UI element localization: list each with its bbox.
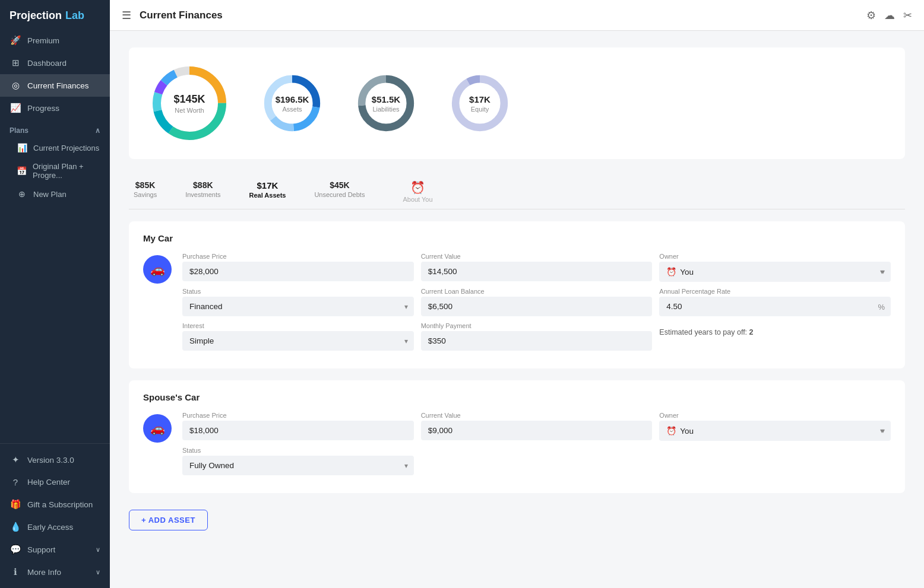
savings-value: $85K <box>135 180 155 190</box>
loan-balance-input[interactable] <box>421 297 653 316</box>
sidebar-item-original-plan[interactable]: 📅 Original Plan + Progre... <box>0 157 110 185</box>
liabilities-chart: $51.5K Liabilities <box>353 71 419 136</box>
sidebar-item-version[interactable]: ✦ Version 3.3.0 <box>0 449 110 471</box>
early-access-icon: 💧 <box>10 522 21 532</box>
rocket-icon: 🚀 <box>10 35 21 46</box>
liabilities-label: Liabilities <box>372 106 400 113</box>
settings-icon[interactable]: ⚙ <box>866 9 876 22</box>
spouse-current-value-input[interactable] <box>421 421 653 440</box>
owner-value: You <box>680 268 694 276</box>
equity-chart: $17K Equity <box>447 71 512 136</box>
net-worth-chart: $145K Net Worth <box>148 62 231 145</box>
my-car-title: My Car <box>143 233 891 243</box>
logo-text-projection: Projection <box>10 9 62 22</box>
net-worth-label: Net Worth <box>173 107 205 114</box>
plans-section-header: Plans ∧ <box>0 119 110 138</box>
spouses-car-fields: 🚗 Purchase Price Current Value <box>143 412 891 481</box>
investments-value: $88K <box>193 180 213 190</box>
spouse-purchase-price-input[interactable] <box>182 421 414 440</box>
unsecured-debts-label: Unsecured Debts <box>314 191 365 198</box>
sidebar-item-support[interactable]: 💬 Support ∨ <box>0 538 110 561</box>
spouse-current-value-field: Current Value <box>421 412 653 441</box>
spouse-current-value-label: Current Value <box>421 412 653 419</box>
sidebar-item-premium[interactable]: 🚀 Premium <box>0 29 110 52</box>
spouses-car-icon: 🚗 <box>143 414 172 443</box>
pct-suffix-icon: % <box>878 302 885 311</box>
sidebar-item-more-info[interactable]: ℹ More Info ∨ <box>0 561 110 583</box>
spouse-owner-select[interactable]: ⏰ You ▾ <box>659 421 891 441</box>
sidebar-label-new-plan: New Plan <box>33 190 67 199</box>
tab-investments[interactable]: $88K Investments <box>181 178 225 205</box>
assets-value: $196.5K <box>276 94 309 104</box>
help-icon: ? <box>10 477 21 487</box>
sidebar-label-help-center: Help Center <box>27 478 70 487</box>
sidebar-label-dashboard: Dashboard <box>27 59 67 68</box>
monthly-payment-input[interactable] <box>421 331 653 351</box>
current-value-field: Current Value <box>421 253 653 282</box>
topbar-right: ⚙ ☁ ✂ <box>866 9 912 22</box>
support-chevron-icon: ∨ <box>96 546 100 554</box>
loan-balance-field: Current Loan Balance <box>421 288 653 316</box>
spouse-status-label: Status <box>182 447 414 454</box>
assets-chart: $196.5K Assets <box>260 71 325 136</box>
scissors-icon[interactable]: ✂ <box>903 9 912 22</box>
sidebar-label-gift: Gift a Subscription <box>27 500 93 509</box>
dashboard-icon: ⊞ <box>10 58 21 68</box>
tab-savings[interactable]: $85K Savings <box>129 178 162 205</box>
finances-icon: ◎ <box>10 80 21 91</box>
tab-unsecured-debts[interactable]: $45K Unsecured Debts <box>309 178 369 205</box>
apr-input[interactable] <box>659 297 891 316</box>
cloud-icon[interactable]: ☁ <box>884 9 895 22</box>
progress-icon: 📈 <box>10 103 21 113</box>
sidebar-item-help-center[interactable]: ? Help Center <box>0 471 110 493</box>
owner-select[interactable]: ⏰ You ▾ <box>659 262 891 282</box>
add-plan-icon: ⊕ <box>17 189 27 199</box>
add-asset-button[interactable]: + ADD ASSET <box>129 510 208 530</box>
charts-row: $145K Net Worth $196.5K <box>129 47 905 159</box>
logo-text-lab: Lab <box>65 9 84 22</box>
info-icon: ℹ <box>10 567 21 577</box>
equity-label: Equity <box>469 106 491 113</box>
equity-value: $17K <box>469 94 491 104</box>
purchase-price-input[interactable] <box>182 262 414 281</box>
owner-chevron-icon: ▾ <box>880 268 884 276</box>
loan-balance-label: Current Loan Balance <box>421 288 653 295</box>
spouses-car-section: Spouse's Car 🚗 Purchase Price Current Va… <box>129 380 905 493</box>
sidebar-label-early-access: Early Access <box>27 523 73 532</box>
spouse-purchase-price-field: Purchase Price <box>182 412 414 441</box>
sidebar-label-progress: Progress <box>27 104 59 113</box>
current-value-input[interactable] <box>421 262 653 281</box>
my-car-icon: 🚗 <box>143 255 172 284</box>
sidebar-label-premium: Premium <box>27 36 59 45</box>
sidebar-item-progress[interactable]: 📈 Progress <box>0 97 110 119</box>
spouse-status-select[interactable]: Fully Owned Financed <box>182 456 414 475</box>
hamburger-menu-icon[interactable]: ☰ <box>122 9 131 22</box>
sidebar-label-more-info: More Info <box>27 568 61 577</box>
assets-label: Assets <box>276 106 309 113</box>
sidebar-item-new-plan[interactable]: ⊕ New Plan <box>0 185 110 204</box>
sidebar-item-gift-subscription[interactable]: 🎁 Gift a Subscription <box>0 493 110 516</box>
calendar-icon: 📅 <box>17 166 27 176</box>
tab-about-you[interactable]: ⏰ About You <box>398 178 437 205</box>
sidebar-label-support: Support <box>27 545 55 554</box>
estimate-field: Estimated years to pay off: 2 <box>659 322 891 351</box>
page-title: Current Finances <box>140 9 223 21</box>
purchase-price-label: Purchase Price <box>182 253 414 260</box>
more-info-chevron-icon: ∨ <box>96 568 100 576</box>
main-panel: ☰ Current Finances ⚙ ☁ ✂ <box>110 0 924 588</box>
version-icon: ✦ <box>10 454 21 465</box>
sidebar-item-current-projections[interactable]: 📊 Current Projections <box>0 138 110 157</box>
status-select[interactable]: Financed Fully Owned <box>182 297 414 316</box>
tab-real-assets[interactable]: $17K Real Assets <box>244 178 290 205</box>
status-label: Status <box>182 288 414 295</box>
apr-field: Annual Percentage Rate % <box>659 288 891 316</box>
current-value-label: Current Value <box>421 253 653 260</box>
sidebar-item-early-access[interactable]: 💧 Early Access <box>0 516 110 538</box>
spouse-owner-avatar-icon: ⏰ <box>666 426 676 436</box>
sidebar-item-dashboard[interactable]: ⊞ Dashboard <box>0 52 110 74</box>
unsecured-debts-value: $45K <box>330 180 349 190</box>
interest-select[interactable]: Simple Compound <box>182 331 414 351</box>
my-car-section: My Car 🚗 Purchase Price Current Value <box>129 221 905 368</box>
owner-field: Owner ⏰ You ▾ <box>659 253 891 282</box>
sidebar-item-current-finances[interactable]: ◎ Current Finances <box>0 74 110 97</box>
